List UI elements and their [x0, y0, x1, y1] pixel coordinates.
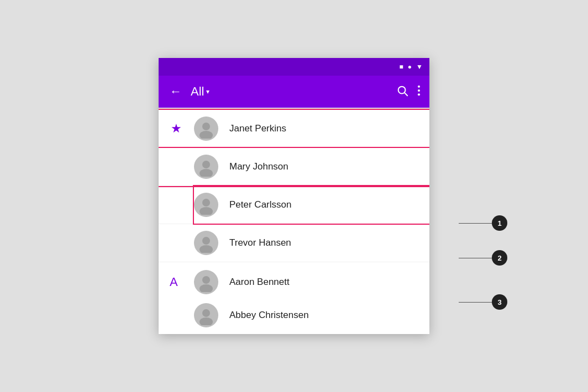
back-button[interactable]: ← [167, 82, 184, 101]
contact-name-janet: Janet Perkins [229, 123, 286, 134]
status-square-icon: ■ [400, 63, 403, 71]
app-bar: ← All ▾ [159, 76, 429, 108]
contact-item-janet[interactable]: ★ Janet Perkins [159, 110, 429, 148]
badge-1: 1 [492, 215, 507, 231]
contact-name-peter: Peter Carlsson [229, 199, 291, 210]
status-triangle-icon: ▼ [416, 63, 423, 71]
svg-point-11 [202, 237, 210, 245]
badge-2: 2 [492, 250, 507, 266]
contact-name-abbey: Abbey Christensen [229, 310, 309, 321]
contact-name-trevor: Trevor Hansen [229, 237, 291, 248]
avatar-aaron [194, 270, 218, 294]
app-bar-actions [396, 84, 421, 99]
contact-name-mary: Mary Johnson [229, 161, 288, 172]
avatar-peter [194, 193, 218, 217]
svg-point-12 [200, 245, 213, 253]
svg-point-8 [200, 169, 213, 177]
badge-3-container: 3 [459, 294, 507, 310]
avatar-janet [194, 116, 218, 141]
section-a-header: A Aaron Bennett [159, 262, 429, 296]
svg-point-5 [202, 123, 210, 130]
svg-line-1 [405, 93, 407, 96]
svg-point-6 [200, 131, 213, 139]
contact-list: ★ Janet Perkins Mary Johnson [159, 110, 429, 334]
svg-point-7 [202, 161, 210, 168]
badge-1-container: 1 [459, 215, 507, 231]
contact-item-abbey[interactable]: Abbey Christensen [159, 296, 429, 334]
avatar-mary [194, 155, 218, 179]
svg-point-13 [202, 276, 210, 284]
section-letter-a: A [170, 275, 183, 289]
app-bar-title: All [191, 84, 204, 99]
contact-name-aaron: Aaron Bennett [229, 277, 290, 288]
device-container: ■ ● ▼ ← All ▾ [159, 58, 429, 334]
badge-2-container: 2 [459, 250, 507, 266]
contact-item-mary[interactable]: Mary Johnson [159, 148, 429, 186]
svg-point-4 [418, 93, 420, 96]
svg-point-10 [200, 207, 213, 215]
svg-point-14 [200, 284, 213, 292]
contact-item-peter[interactable]: Peter Carlsson [159, 186, 429, 224]
more-vert-icon[interactable] [417, 84, 421, 99]
badge-3: 3 [492, 294, 507, 310]
star-icon: ★ [170, 121, 183, 136]
svg-point-9 [202, 199, 210, 206]
svg-point-2 [418, 85, 420, 87]
title-container: All ▾ [191, 84, 390, 99]
status-circle-icon: ● [408, 63, 412, 71]
dropdown-icon[interactable]: ▾ [206, 88, 209, 96]
status-bar: ■ ● ▼ [159, 58, 429, 76]
badge-1-line [459, 223, 492, 224]
badge-3-line [459, 302, 492, 303]
contact-item-trevor[interactable]: Trevor Hansen [159, 224, 429, 262]
badge-2-line [459, 258, 492, 258]
svg-point-3 [418, 89, 420, 91]
search-icon[interactable] [396, 84, 408, 99]
avatar-abbey [194, 303, 218, 327]
phone-frame: ■ ● ▼ ← All ▾ [159, 58, 429, 334]
svg-point-16 [200, 317, 213, 325]
avatar-trevor [194, 231, 218, 255]
svg-point-15 [202, 309, 210, 317]
